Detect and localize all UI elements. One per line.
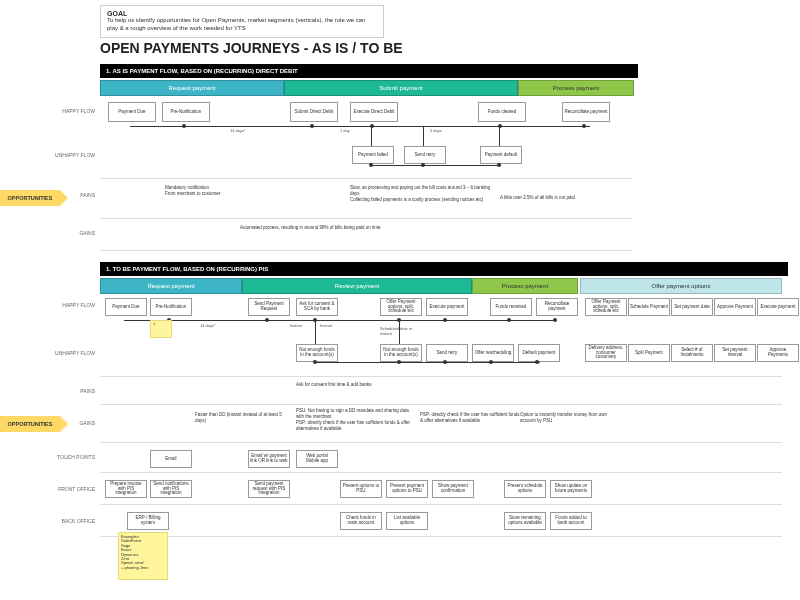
goal-text: To help us identify opportunities for Op… [107, 17, 377, 33]
opt5: Execute payment [757, 298, 799, 316]
row2-pains: PAINS [55, 388, 95, 394]
fo-7: Present schedule options [504, 480, 546, 498]
pain-3: A little over 2.5% of all bills is not p… [500, 195, 620, 201]
dot [497, 163, 501, 167]
fo-5: Present payment options to PSU [386, 480, 428, 498]
n-ne1: Not enough funds in the account(s) [296, 344, 338, 362]
pain-1: Mandatory notification From merchant to … [165, 185, 265, 197]
n-ne2: Not enough funds in the account(s) [380, 344, 422, 362]
divider [100, 250, 632, 251]
opportunities-arrow-2: OPPORTUNITIES [0, 416, 60, 432]
row2-front: FRONT OFFICE [55, 486, 95, 492]
dot [507, 318, 511, 322]
opt7: Split Payment [628, 344, 670, 362]
fo-1: Prepare invoice with PIS integration [105, 480, 147, 498]
pain-2: Slow, as processing and paying out the b… [350, 185, 500, 203]
line [399, 320, 400, 344]
bo-5: Funds added to bank account [550, 512, 592, 530]
dot [265, 318, 269, 322]
opt9: Set payment interval [714, 344, 756, 362]
node-payment-default: Payment default [480, 146, 522, 164]
dot [369, 163, 373, 167]
line [315, 362, 540, 363]
goal-box: GOAL To help us identify opportunities f… [100, 5, 384, 38]
timing: Instant [320, 323, 332, 328]
row2-happy: HAPPY FLOW [55, 302, 95, 308]
gain2-4: Option to instantly transfer money from … [520, 412, 620, 424]
pain2-1: Ask for consent first time & add banks [296, 382, 396, 388]
page-title: OPEN PAYMENTS JOURNEYS - AS IS / TO BE [100, 40, 403, 56]
timing: 14 days* [200, 323, 216, 328]
node-funds-cleared: Funds cleared [478, 102, 526, 122]
row2-back: BACK OFFICE [55, 518, 95, 524]
gain2-1: Faster than DD (instant instead of at le… [195, 412, 285, 424]
n-fr: Funds received [490, 298, 532, 316]
fo-4: Present options to PSU [340, 480, 382, 498]
phase2-request: Request payment [100, 278, 242, 294]
row-gains: GAINS [55, 230, 95, 236]
timing: Instant [290, 323, 302, 328]
n-pd: Payment Due [105, 298, 147, 316]
dot [182, 124, 186, 128]
n-ac: Ask for consent & SCA by bank [296, 298, 338, 316]
divider [100, 536, 782, 537]
n-or: Offer rescheduling [472, 344, 514, 362]
row2-touch: TOUCH POINTS [55, 454, 95, 460]
bo-1: ERP / Billing system [127, 512, 169, 530]
bo-4: Store remaining options available [504, 512, 546, 530]
divider [100, 404, 782, 405]
gain2-3: PSP: directly check if the user has suff… [420, 412, 520, 424]
sticky-note-2: Examples: SalesForce Sage Exact Dynamics… [118, 532, 168, 580]
opportunities-arrow-1: OPPORTUNITIES [0, 190, 60, 206]
line [315, 320, 316, 344]
dot [310, 124, 314, 128]
fo-6: Show payment confirmation [432, 480, 474, 498]
dot [553, 318, 557, 322]
opt6: Delivery address, consumer customary [585, 344, 627, 362]
line [371, 126, 372, 146]
row-happy: HAPPY FLOW [55, 108, 95, 114]
dot [582, 124, 586, 128]
phase-submit: Submit payment [284, 80, 518, 96]
dot [489, 360, 493, 364]
phase2-process: Process payment [472, 278, 578, 294]
flow-line-2 [124, 320, 556, 321]
fo-2: Send notifications with PIS integration [150, 480, 192, 498]
fo-3: Send payment request with PIS integratio… [248, 480, 290, 498]
timing: 14 days* [230, 128, 246, 133]
opt1: Offer Payment options: split, schedule e… [585, 298, 627, 316]
divider [100, 178, 632, 179]
opt10: Approve Payments [757, 344, 799, 362]
n-sr2: Send retry [426, 344, 468, 362]
node-payment-failed: Payment failed [352, 146, 394, 164]
dot [443, 318, 447, 322]
n-oo: Offer Payment options: split, schedule e… [380, 298, 422, 316]
n-ex: Execute payment [426, 298, 468, 316]
fo-8: Show update on future payments [550, 480, 592, 498]
node-pre-notif: Pre-Notification [162, 102, 210, 122]
line [423, 126, 424, 146]
bo-2: Check funds in main account [340, 512, 382, 530]
node-execute-dd: Execute Direct Debit [350, 102, 398, 122]
bo-3: List available options [386, 512, 428, 530]
touch-3: Web portal Mobile app [296, 450, 338, 468]
n-sr: Send Payment Request [248, 298, 290, 316]
phase2-options: Offer payment options [580, 278, 782, 294]
section1-title: 1. AS IS PAYMENT FLOW, BASED ON (RECURRI… [100, 64, 638, 78]
section2-title: 1. TO BE PAYMENT FLOW, BASED ON (RECURRI… [100, 262, 788, 276]
phase-process: Process payment [518, 80, 634, 96]
opt2: Schedule Payment [628, 298, 670, 316]
divider [100, 442, 782, 443]
flow-line-1 [130, 126, 590, 127]
phase2-review: Review payment [242, 278, 472, 294]
line [499, 126, 500, 146]
node-send-retry: Send retry [404, 146, 446, 164]
node-payment-due: Payment Due [108, 102, 156, 122]
n-df: Default payment [518, 344, 560, 362]
divider [100, 504, 782, 505]
touch-1: Email [150, 450, 192, 468]
node-reconciliate: Reconciliate payment [562, 102, 610, 122]
n-rc: Reconciliate payment [536, 298, 578, 316]
dot [443, 360, 447, 364]
opt8: Select # of Instalments [671, 344, 713, 362]
